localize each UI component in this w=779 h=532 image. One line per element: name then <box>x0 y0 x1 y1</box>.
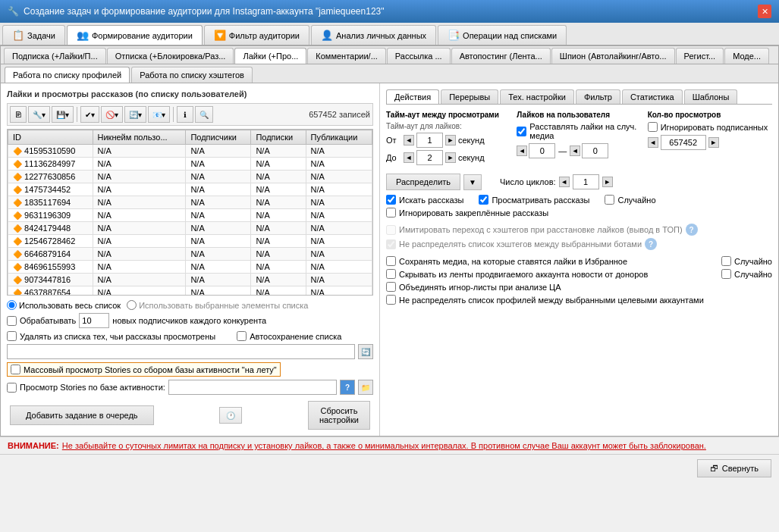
subtab-mailing[interactable]: Рассылка ... <box>387 48 451 64</box>
subtab-mod[interactable]: Моде... <box>724 48 769 64</box>
table-row[interactable]: 🔶 12546728462 N/A N/A N/A N/A <box>8 235 372 248</box>
merge-ignore-check[interactable] <box>386 282 396 292</box>
use-all-radio[interactable]: Использовать весь список <box>7 300 121 310</box>
r1-dec[interactable]: ◄ <box>517 146 527 156</box>
tab-filter[interactable]: 🔽 Фильтр аудитории <box>204 25 309 45</box>
toolbar-save[interactable]: 💾▾ <box>52 106 74 123</box>
not-distribute-help-btn[interactable]: ? <box>645 238 657 250</box>
use-all-input[interactable] <box>7 300 17 310</box>
ignore-fixed-check[interactable] <box>386 208 396 217</box>
table-row[interactable]: 🔶 1835117694 N/A N/A N/A N/A <box>8 196 372 209</box>
range1-from[interactable] <box>529 143 555 158</box>
table-row[interactable]: 🔶 6646879164 N/A N/A N/A N/A <box>8 248 372 261</box>
table-row[interactable]: 🔶 4637887654 N/A N/A N/A N/A <box>8 286 372 296</box>
toolbar-tools[interactable]: 🔧▾ <box>28 106 50 123</box>
subtab-subscribe[interactable]: Подписка (+Лайки/П... <box>4 48 106 64</box>
file-browse-btn[interactable]: 🔄 <box>358 344 373 359</box>
toolbar-new[interactable]: 🖹 <box>10 106 27 123</box>
col-nick[interactable]: Никнейм пользо... <box>93 130 186 145</box>
r1-dec2[interactable]: ◄ <box>570 146 580 156</box>
right-tab-filter[interactable]: Фильтр <box>576 89 620 104</box>
toolbar-mail[interactable]: 📧▾ <box>148 106 170 123</box>
cycles-inc[interactable]: ► <box>602 177 613 187</box>
not-distribute-profiles-check[interactable] <box>386 295 396 305</box>
table-row[interactable]: 🔶 8424179448 N/A N/A N/A N/A <box>8 222 372 235</box>
toolbar-check[interactable]: ✔▾ <box>80 106 99 123</box>
right-tab-tech[interactable]: Тех. настройки <box>500 89 574 104</box>
range1-to[interactable] <box>582 143 608 158</box>
subtab-unsubscribe[interactable]: Отписка (+Блокировка/Раз... <box>107 48 234 64</box>
save-fav-check[interactable] <box>386 256 396 266</box>
count-dec[interactable]: ◄ <box>648 137 658 148</box>
table-row[interactable]: 🔶 84696155993 N/A N/A N/A N/A <box>8 261 372 274</box>
table-row[interactable]: 🔶 1475734452 N/A N/A N/A N/A <box>8 183 372 196</box>
autosave-checkbox[interactable] <box>237 331 247 341</box>
distribute-dropdown[interactable]: ▼ <box>463 174 482 190</box>
hide-news-check[interactable] <box>386 269 396 279</box>
tab-tasks[interactable]: 📋 Задачи <box>2 25 65 45</box>
subtab-likes[interactable]: Лайки (+Про... <box>234 48 306 64</box>
reset-settings-button[interactable]: Сбросить настройки <box>308 401 370 430</box>
from-increment[interactable]: ► <box>445 135 456 146</box>
toolbar-search[interactable]: 🔍 <box>195 106 213 123</box>
col-posts[interactable]: Публикации <box>306 130 372 145</box>
from-decrement[interactable]: ◄ <box>404 135 414 146</box>
stories-path-input[interactable]: W:\1\Stories\stories.activity <box>168 380 337 395</box>
random-check[interactable] <box>605 195 614 205</box>
table-row[interactable]: 🔶 12277630856 N/A N/A N/A N/A <box>8 171 372 183</box>
data-table-wrapper[interactable]: ID Никнейм пользо... Подписчики Подписки… <box>7 129 373 296</box>
col-following[interactable]: Подписки <box>251 130 306 145</box>
cycles-input[interactable] <box>573 174 599 189</box>
use-selected-input[interactable] <box>127 300 137 310</box>
subtab-spy[interactable]: Шпион (Автолайкинг/Авто... <box>551 48 675 64</box>
table-row[interactable]: 🔶 11136284997 N/A N/A N/A N/A <box>8 158 372 171</box>
subtab-autopost[interactable]: Автопостинг (Лента... <box>451 48 551 64</box>
table-row[interactable]: 🔶 9073447816 N/A N/A N/A N/A <box>8 274 372 286</box>
file-path-input[interactable]: C:\Users\SocialKit\Desktop\Различные спи… <box>7 344 355 359</box>
add-to-queue-button[interactable]: Добавить задание в очередь <box>10 405 154 425</box>
ignore-followed-check[interactable] <box>648 122 658 132</box>
imitate-help-btn[interactable]: ? <box>686 224 698 236</box>
col-id[interactable]: ID <box>8 130 93 145</box>
mass-stories-checkbox[interactable] <box>11 365 20 374</box>
tab-operations[interactable]: 📑 Операции над списками <box>438 25 567 45</box>
process-checkbox[interactable] <box>7 316 17 326</box>
spread-likes-check[interactable] <box>517 127 526 136</box>
right-tab-stats[interactable]: Статистика <box>622 89 683 104</box>
table-row[interactable]: 🔶 9631196309 N/A N/A N/A N/A <box>8 209 372 222</box>
random-hide-check[interactable] <box>721 269 731 279</box>
table-row[interactable]: 🔶 41595310590 N/A N/A N/A N/A <box>8 145 372 158</box>
from-input[interactable] <box>416 133 443 148</box>
right-tab-breaks[interactable]: Перерывы <box>441 89 498 104</box>
right-tab-templates[interactable]: Шаблоны <box>684 89 738 104</box>
delete-checkbox[interactable] <box>7 331 17 341</box>
subtab-comments[interactable]: Комментарии/... <box>307 48 386 64</box>
stories-question-btn[interactable]: ? <box>340 380 355 395</box>
view-stories-check[interactable] <box>479 195 488 205</box>
process-count-input[interactable] <box>79 313 109 328</box>
toolbar-block[interactable]: 🚫▾ <box>101 106 123 123</box>
count-inc[interactable]: ► <box>708 137 719 148</box>
to-increment[interactable]: ► <box>445 152 456 163</box>
tab-personal[interactable]: 👤 Анализ личных данных <box>311 25 436 45</box>
col-followers[interactable]: Подписчики <box>186 130 251 145</box>
stories-browse-btn[interactable]: 📁 <box>358 380 373 395</box>
to-decrement[interactable]: ◄ <box>404 152 414 163</box>
toolbar-info[interactable]: ℹ <box>177 106 193 123</box>
close-button[interactable]: ✕ <box>758 5 771 18</box>
work-tab-hashtags[interactable]: Работа по списку хэштегов <box>131 67 253 83</box>
collapse-button[interactable]: 🗗 Свернуть <box>697 459 771 477</box>
schedule-btn[interactable]: 🕐 <box>219 407 242 424</box>
stories-activity-checkbox[interactable] <box>7 383 17 393</box>
tab-audience[interactable]: 👥 Формирование аудитории <box>67 25 203 45</box>
distribute-btn[interactable]: Распределить <box>386 174 460 190</box>
to-input[interactable] <box>416 150 443 165</box>
cycles-dec[interactable]: ◄ <box>559 177 570 187</box>
subtab-reg[interactable]: Регист... <box>676 48 724 64</box>
toolbar-refresh[interactable]: 🔄▾ <box>124 106 146 123</box>
work-tab-profiles[interactable]: Работа по списку профилей <box>5 67 130 83</box>
count-input[interactable] <box>661 135 706 150</box>
random-fav-check[interactable] <box>721 256 731 266</box>
warning-link[interactable]: Не забывайте о суточных лимитах на подпи… <box>62 441 706 450</box>
right-tab-actions[interactable]: Действия <box>386 89 439 104</box>
